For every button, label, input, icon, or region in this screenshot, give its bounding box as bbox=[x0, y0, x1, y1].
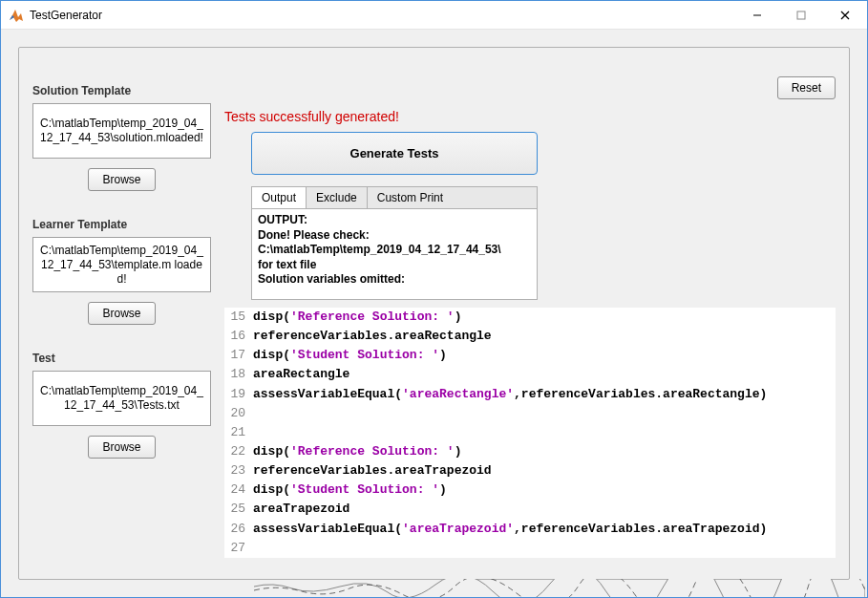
tab-custom-print[interactable]: Custom Print bbox=[368, 187, 453, 208]
test-group: Test C:\matlabTemp\temp_2019_04_12_17_44… bbox=[32, 352, 211, 459]
code-text: assessVariableEqual('areaRectangle',refe… bbox=[253, 385, 767, 404]
tab-output[interactable]: Output bbox=[252, 187, 307, 208]
window: TestGenerator Solution Template C:\matla… bbox=[0, 0, 868, 598]
titlebar: TestGenerator bbox=[1, 1, 867, 30]
output-line4: Solution variables omitted: bbox=[258, 272, 531, 288]
code-row: 26assessVariableEqual('areaTrapezoid',re… bbox=[224, 520, 836, 539]
code-lineno: 23 bbox=[224, 461, 253, 481]
code-lineno: 16 bbox=[224, 327, 253, 346]
code-row: 17disp('Student Solution: ') bbox=[224, 346, 836, 365]
code-row: 27 bbox=[224, 539, 836, 558]
test-label: Test bbox=[32, 352, 211, 365]
code-lineno: 17 bbox=[224, 346, 253, 365]
generate-tests-button[interactable]: Generate Tests bbox=[251, 132, 538, 175]
test-browse-button[interactable]: Browse bbox=[88, 436, 155, 459]
svg-rect-1 bbox=[797, 11, 805, 19]
torn-edge-decoration bbox=[254, 579, 865, 597]
status-message: Tests successfully generated! bbox=[224, 109, 836, 124]
output-box: OUTPUT: Done! Please check: C:\matlabTem… bbox=[251, 208, 538, 300]
code-text: referenceVariables.areaTrapezoid bbox=[253, 461, 492, 481]
code-lineno: 24 bbox=[224, 481, 253, 500]
learner-template-group: Learner Template C:\matlabTemp\temp_2019… bbox=[32, 218, 211, 325]
reset-button[interactable]: Reset bbox=[777, 76, 836, 99]
code-text: disp('Reference Solution: ') bbox=[253, 442, 461, 461]
code-lineno: 18 bbox=[224, 365, 253, 384]
learner-template-text: C:\matlabTemp\temp_2019_04_12_17_44_53\t… bbox=[32, 237, 211, 292]
test-text: C:\matlabTemp\temp_2019_04_12_17_44_53\T… bbox=[32, 371, 211, 426]
client-area: Solution Template C:\matlabTemp\temp_201… bbox=[1, 30, 867, 597]
code-lineno: 22 bbox=[224, 442, 253, 461]
tabs: Output Exclude Custom Print bbox=[251, 186, 538, 208]
matlab-icon bbox=[9, 8, 24, 23]
code-lineno: 20 bbox=[224, 404, 253, 423]
minimize-button[interactable] bbox=[735, 1, 779, 30]
code-lineno: 19 bbox=[224, 385, 253, 404]
left-column: Solution Template C:\matlabTemp\temp_201… bbox=[32, 76, 211, 566]
code-row: 15disp('Reference Solution: ') bbox=[224, 308, 836, 327]
code-row: 21 bbox=[224, 423, 836, 442]
code-lineno: 26 bbox=[224, 520, 253, 539]
code-lineno: 15 bbox=[224, 308, 253, 327]
output-line2: C:\matlabTemp\temp_2019_04_12_17_44_53\ bbox=[258, 243, 531, 258]
solution-template-group: Solution Template C:\matlabTemp\temp_201… bbox=[32, 84, 211, 191]
solution-template-label: Solution Template bbox=[32, 84, 211, 97]
code-area: 15disp('Reference Solution: ')16referenc… bbox=[224, 308, 836, 558]
code-text: areaRectangle bbox=[253, 365, 349, 384]
code-text: disp('Student Solution: ') bbox=[253, 481, 447, 500]
code-row: 19assessVariableEqual('areaRectangle',re… bbox=[224, 385, 836, 404]
solution-browse-button[interactable]: Browse bbox=[88, 168, 155, 191]
code-row: 16referenceVariables.areaRectangle bbox=[224, 327, 836, 346]
code-text: disp('Student Solution: ') bbox=[253, 346, 447, 365]
close-button[interactable] bbox=[823, 1, 867, 30]
code-lineno: 27 bbox=[224, 539, 253, 558]
main-panel: Solution Template C:\matlabTemp\temp_201… bbox=[18, 47, 850, 580]
code-text: areaTrapezoid bbox=[253, 500, 349, 519]
code-lineno: 21 bbox=[224, 423, 253, 442]
code-row: 25areaTrapezoid bbox=[224, 500, 836, 519]
code-text: disp('Reference Solution: ') bbox=[253, 308, 461, 327]
learner-template-label: Learner Template bbox=[32, 218, 211, 231]
code-row: 23referenceVariables.areaTrapezoid bbox=[224, 461, 836, 481]
right-column: Reset Tests successfully generated! Gene… bbox=[224, 76, 836, 566]
code-row: 22disp('Reference Solution: ') bbox=[224, 442, 836, 461]
code-row: 18areaRectangle bbox=[224, 365, 836, 384]
code-text: assessVariableEqual('areaTrapezoid',refe… bbox=[253, 520, 767, 539]
code-text: referenceVariables.areaRectangle bbox=[253, 327, 492, 346]
code-row: 20 bbox=[224, 404, 836, 423]
output-header: OUTPUT: bbox=[258, 213, 531, 228]
code-row: 24disp('Student Solution: ') bbox=[224, 481, 836, 500]
maximize-button[interactable] bbox=[779, 1, 823, 30]
solution-template-text: C:\matlabTemp\temp_2019_04_12_17_44_53\s… bbox=[32, 103, 211, 159]
learner-browse-button[interactable]: Browse bbox=[88, 302, 155, 325]
output-line1: Done! Please check: bbox=[258, 228, 531, 244]
code-lineno: 25 bbox=[224, 500, 253, 519]
output-line3: for text file bbox=[258, 258, 531, 273]
window-title: TestGenerator bbox=[30, 9, 735, 22]
tab-exclude[interactable]: Exclude bbox=[307, 187, 368, 208]
